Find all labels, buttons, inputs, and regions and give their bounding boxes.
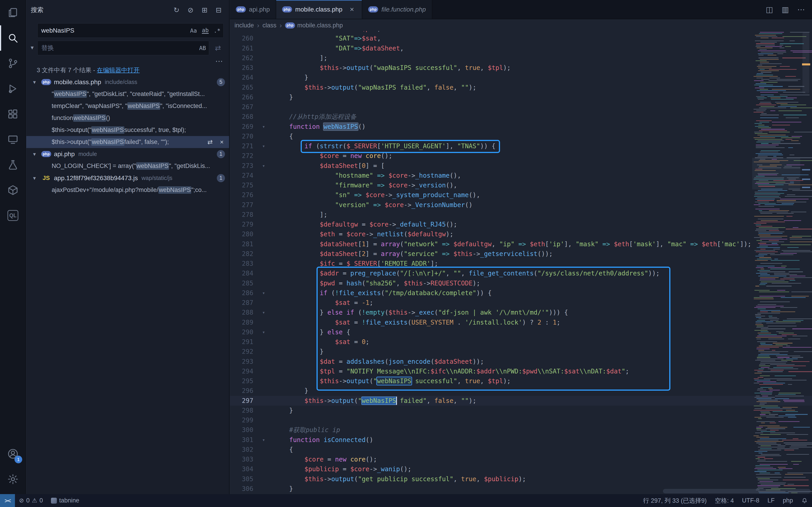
indentation-status[interactable]: 空格: 4 [711, 494, 738, 507]
editor-tab-api.php[interactable]: phpapi.php [230, 0, 276, 19]
search-result-match[interactable]: $this->output("webNasIPS successful", tr… [26, 124, 229, 136]
search-result-match[interactable]: NO_LOGIN_CHECK'] = array("webNasIPS", "g… [26, 160, 229, 172]
activity-item-run-debug[interactable] [0, 76, 26, 101]
notifications-bell-icon[interactable] [797, 494, 812, 507]
code-line[interactable]: 305 $this->output("get publicip successf… [230, 474, 812, 484]
activity-item-search[interactable] [0, 25, 26, 51]
code-line[interactable]: 269▾ function webNasIPS() [230, 122, 812, 131]
fold-chevron-icon[interactable]: ▾ [253, 122, 274, 131]
activity-item-settings[interactable] [0, 466, 26, 492]
code-line[interactable]: 259 "PWD"=>$pwd, [230, 31, 812, 34]
code-line[interactable]: 281 $dataSheet[1] = array("network" => $… [230, 239, 812, 249]
activity-item-account[interactable]: 1 [0, 441, 26, 466]
code-line[interactable]: 267 [230, 102, 812, 112]
code-line[interactable]: 303 $core = new core(); [230, 454, 812, 464]
chevron-down-icon[interactable]: ▾ [33, 151, 41, 157]
tabnine-status[interactable]: tabnine [47, 494, 83, 507]
code-line[interactable]: 277 "version" => $core->_VersionNumber() [230, 200, 812, 210]
code-line[interactable]: 300 #获取public ip [230, 425, 812, 435]
toggle-layout-button[interactable]: ▥ [779, 4, 791, 15]
code-line[interactable]: 286▾ if (!file_exists("/tmp/databack/com… [230, 288, 812, 298]
search-result-match[interactable]: tempClear", "wapNasIPS", "webNasIPS", "i… [26, 100, 229, 112]
regex-icon[interactable]: .* [212, 25, 222, 36]
toggle-replace-chevron[interactable]: ▾ [28, 34, 37, 61]
code-line[interactable]: 296 } [230, 386, 812, 396]
eol-status[interactable]: LF [763, 494, 779, 507]
code-line[interactable]: 261 "DAT"=>$dataSheet, [230, 44, 812, 53]
fold-chevron-icon[interactable]: ▾ [253, 141, 274, 151]
code-line[interactable]: 275 "firmware" => $core->_version(), [230, 180, 812, 190]
collapse-all-button[interactable]: ⊟ [213, 4, 224, 16]
code-line[interactable]: 280 $eth = $core->_netlist($defaultgw); [230, 229, 812, 239]
remote-indicator[interactable]: >< [0, 494, 15, 507]
replace-input[interactable] [38, 44, 197, 52]
activity-item-package[interactable] [0, 177, 26, 203]
code-line[interactable]: 276 "sn" => $core->_system_product_name(… [230, 190, 812, 200]
code-line[interactable]: 262 ]; [230, 53, 812, 63]
code-line[interactable]: 284 $addr = preg_replace("/[:\n\r]+/", "… [230, 269, 812, 278]
fold-chevron-icon[interactable]: ▾ [253, 327, 274, 337]
code-line[interactable]: 285 $pwd = hash("sha256", $this->REQUEST… [230, 278, 812, 288]
breadcrumb-item[interactable]: phpmobile.class.php [285, 22, 343, 29]
code-line[interactable]: 266 } [230, 92, 812, 102]
search-result-match[interactable]: function webNasIPS() [26, 112, 229, 124]
code-line[interactable]: 298 } [230, 406, 812, 415]
search-result-file[interactable]: ▾JSapp.12f8f79ef32638b94473.jswap/static… [26, 172, 229, 184]
code-line[interactable]: 272 $core = new core(); [230, 151, 812, 161]
code-line[interactable]: 265 $this->output("wapNasIPS failed", fa… [230, 82, 812, 92]
replace-match-button[interactable]: ⇄ [205, 137, 215, 147]
code-editor[interactable]: 259 "PWD"=>$pwd,260 "SAT"=>$sat,261 "DAT… [230, 31, 812, 494]
code-line[interactable]: 294 $tpl = "NOTIFY Message\\nIFC:$ifc\\n… [230, 367, 812, 376]
whole-word-icon[interactable]: ab [200, 25, 211, 36]
search-result-match[interactable]: ajaxPostDev+"/module/api.php?mobile/webN… [26, 184, 229, 196]
activity-item-extensions[interactable] [0, 101, 26, 127]
code-line[interactable]: 278 ]; [230, 210, 812, 220]
code-line[interactable]: 288▾ } else if (!empty($this->_exec("df-… [230, 307, 812, 317]
code-line[interactable]: 268 //从http添加远程设备 [230, 112, 812, 121]
fold-chevron-icon[interactable]: ▾ [253, 307, 274, 317]
refresh-button[interactable]: ↻ [170, 4, 183, 16]
code-line[interactable]: 290▾ } else { [230, 327, 812, 337]
search-result-file[interactable]: ▾phpmobile.class.phpinclude/class5 [26, 76, 229, 88]
code-line[interactable]: 292 } [230, 347, 812, 356]
problems-status[interactable]: ⊘ 0 ⚠ 0 [15, 494, 47, 507]
clear-results-button[interactable]: ⊘ [185, 4, 196, 16]
activity-item-codeql[interactable]: QL [0, 203, 26, 228]
code-line[interactable]: 291 $sat = 0; [230, 337, 812, 347]
minimap[interactable] [752, 31, 800, 494]
split-editor-button[interactable]: ◫ [764, 4, 775, 15]
code-line[interactable]: 293 $dat = addslashes(json_encode($dataS… [230, 357, 812, 367]
search-input[interactable] [38, 27, 188, 34]
scrollbar-thumb[interactable] [803, 33, 809, 94]
cursor-position-status[interactable]: 行 297, 列 33 (已选择9) [639, 494, 711, 507]
code-line[interactable]: 287 $sat = -1; [230, 298, 812, 307]
code-line[interactable]: 260 "SAT"=>$sat, [230, 34, 812, 43]
match-case-icon[interactable]: Aa [188, 25, 199, 36]
search-details-toggle[interactable]: ⋯ [213, 56, 225, 66]
search-result-file[interactable]: ▾phpapi.phpmodule1 [26, 148, 229, 160]
open-in-editor-button[interactable]: ⊞ [199, 4, 210, 16]
preserve-case-icon[interactable]: AB [197, 43, 208, 53]
code-line[interactable]: 271▾ if (strstr($_SERVER['HTTP_USER_AGEN… [230, 141, 812, 151]
open-in-editor-link[interactable]: 在编辑器中打开 [97, 67, 140, 73]
fold-chevron-icon[interactable]: ▾ [253, 161, 274, 171]
code-line[interactable]: 263 $this->output("wapNasIPS successful"… [230, 63, 812, 73]
code-line[interactable]: 283 $ifc = $_SERVER['REMOTE_ADDR']; [230, 259, 812, 269]
fold-chevron-icon[interactable]: ▾ [253, 288, 274, 298]
code-line[interactable]: 264 } [230, 73, 812, 82]
fold-chevron-icon[interactable]: ▾ [253, 435, 274, 445]
more-actions-button[interactable]: ⋯ [795, 4, 807, 15]
breadcrumb-item[interactable]: class [263, 22, 276, 29]
code-line[interactable]: 302 { [230, 445, 812, 454]
editor-tab-mobile.class.php[interactable]: phpmobile.class.php× [276, 0, 362, 19]
activity-item-testing[interactable] [0, 152, 26, 177]
code-line[interactable]: 289 $sat = !file_exists(USER_SYSTEM . '/… [230, 318, 812, 327]
code-line[interactable]: 301▾ function isConnected() [230, 435, 812, 445]
chevron-down-icon[interactable]: ▾ [33, 175, 41, 181]
chevron-down-icon[interactable]: ▾ [33, 79, 41, 85]
horizontal-scrollbar[interactable] [663, 489, 811, 494]
overview-ruler[interactable] [800, 31, 812, 494]
code-line[interactable]: 273▾ $dataSheet[0] = [ [230, 161, 812, 171]
code-line[interactable]: 299 [230, 415, 812, 425]
code-line[interactable]: 304 $publicip = $core->_wanip(); [230, 464, 812, 474]
